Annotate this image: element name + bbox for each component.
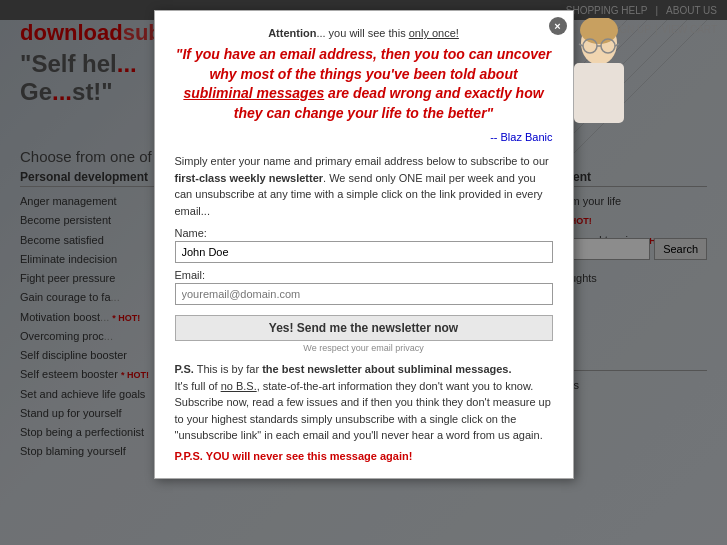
ps-text: P.S. This is by far the best newsletter …	[175, 361, 553, 444]
email-label: Email:	[175, 269, 553, 281]
pps-text: P.P.S. YOU will never see this message a…	[175, 450, 553, 462]
privacy-note: We respect your email privacy	[175, 343, 553, 353]
attention-headline: "If you have an email address, then you …	[175, 45, 553, 123]
attention-title: Attention... you will see this only once…	[175, 27, 553, 39]
attention-author: -- Blaz Banic	[175, 131, 553, 143]
subscribe-button[interactable]: Yes! Send me the newsletter now	[175, 315, 553, 341]
email-input[interactable]	[175, 283, 553, 305]
newsletter-description: Simply enter your name and primary email…	[175, 153, 553, 219]
email-group: Email:	[175, 269, 553, 305]
svg-rect-6	[574, 63, 624, 123]
person-image	[559, 18, 639, 123]
attention-popup: × Attention... you will see this only on…	[154, 10, 574, 479]
name-input[interactable]	[175, 241, 553, 263]
name-label: Name:	[175, 227, 553, 239]
only-once-text: only once!	[409, 27, 459, 39]
person-svg	[559, 18, 639, 123]
name-group: Name:	[175, 227, 553, 263]
